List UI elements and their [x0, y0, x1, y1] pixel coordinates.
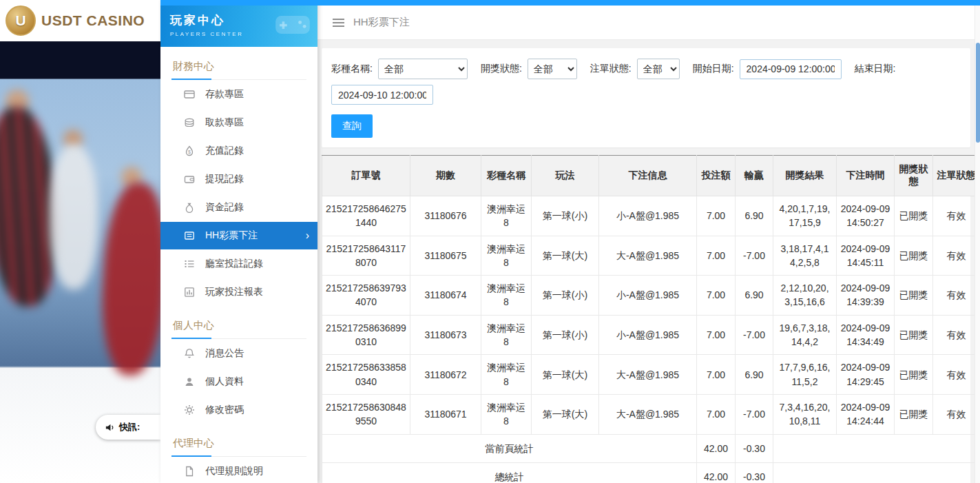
cell-order-status: 有效 [933, 394, 980, 434]
sidebar-item-room-bet-record[interactable]: 廳室投註記錄 [160, 250, 317, 278]
sidebar-item-label: 個人資料 [205, 376, 244, 388]
col-header-draw-result: 開獎結果 [773, 156, 837, 196]
sidebar-item-withdraw[interactable]: 取款專區 [160, 109, 317, 136]
col-header-bet-info: 下注信息 [599, 156, 697, 196]
table-row: 215217258630848955031180671澳洲幸运8第一球(大)大-… [322, 394, 980, 434]
sidebar-item-label: HH彩票下注 [205, 229, 258, 242]
cell-win-loss: 6.90 [736, 196, 773, 236]
cell-bet-info: 大-A盤@1.985 [599, 394, 697, 434]
start-date-label: 開始日期: [693, 63, 734, 75]
sidebar-item-player-bet-report[interactable]: 玩家投注報表 [160, 278, 317, 306]
cell-bet-time: 2024-09-09 14:34:49 [837, 315, 895, 355]
sidebar-header: 玩家中心 PLAYERS CENTER [160, 6, 317, 47]
lottery-name-select[interactable]: 全部 [378, 59, 468, 79]
cell-win-loss: -7.00 [736, 236, 773, 276]
cell-order-no: 2152172586462751440 [322, 196, 410, 236]
cell-period: 31180671 [410, 394, 481, 434]
col-header-draw-status: 開獎狀態 [895, 156, 933, 196]
cell-play-type: 第一球(大) [532, 355, 599, 395]
sidebar-item-agent-rules[interactable]: 代理規則說明 [160, 458, 317, 483]
logo-bar: U USDT CASINO [0, 0, 160, 41]
section-title-personal: 個人中心 [171, 313, 306, 339]
sidebar-item-label: 存款專區 [205, 88, 244, 101]
sidebar-item-announcements[interactable]: 消息公告 [160, 340, 317, 367]
cell-bet-amount: 7.00 [697, 196, 736, 236]
cell-order-no: 2152172586368990310 [322, 315, 410, 355]
table-row: 215217258639793407031180674澳洲幸运8第一球(小)小-… [322, 276, 980, 316]
page-scrollbar [974, 0, 980, 483]
start-date-input[interactable] [740, 59, 842, 79]
cell-order-no: 2152172586431178070 [322, 236, 410, 276]
cell-bet-info: 小-A盤@1.985 [599, 315, 697, 355]
chevron-right-icon: › [306, 230, 309, 241]
scrollbar-thumb[interactable] [976, 43, 980, 143]
page-title: HH彩票下注 [353, 16, 410, 29]
cell-play-type: 第一球(大) [532, 236, 599, 276]
summary-empty [773, 462, 980, 483]
cell-lottery-name: 澳洲幸运8 [481, 276, 532, 316]
col-header-order-no: 訂單號 [322, 156, 410, 196]
cell-play-type: 第一球(小) [532, 196, 599, 236]
cell-draw-status: 已開獎 [895, 315, 933, 355]
cell-win-loss: -7.00 [736, 315, 773, 355]
bets-table-panel: 訂單號期數彩種名稱玩法下注信息投注額輸贏開獎結果下注時間開獎狀態注單狀態 215… [322, 155, 970, 483]
cell-win-loss: -7.00 [736, 394, 773, 434]
sidebar-item-hh-lottery-bet[interactable]: HH彩票下注› [160, 222, 317, 249]
cell-draw-result: 2,12,10,20,3,15,16,6 [773, 276, 837, 316]
cell-bet-info: 大-A盤@1.985 [599, 355, 697, 395]
content-body: 彩種名稱:全部開獎狀態:全部注單狀態:全部開始日期:結束日期: 查詢 訂單號期數… [317, 40, 974, 483]
main-area: HH彩票下注 彩種名稱:全部開獎狀態:全部注單狀態:全部開始日期:結束日期: 查… [317, 0, 974, 483]
cell-period: 31180672 [410, 355, 481, 395]
sidebar-section-finance: 財務中心存款專區取款專區$充值記錄提現記錄資金記錄HH彩票下注›廳室投註記錄玩家… [160, 54, 317, 306]
news-ticker[interactable]: 快訊: [96, 415, 160, 440]
sidebar-item-label: 提現記錄 [205, 173, 244, 185]
cell-draw-result: 3,18,17,4,14,2,5,8 [773, 236, 837, 276]
search-button[interactable]: 查詢 [331, 114, 373, 138]
content-header: HH彩票下注 [317, 6, 974, 40]
sidebar-item-withdraw-record[interactable]: 提現記錄 [160, 165, 317, 193]
menu-toggle-icon[interactable] [333, 17, 344, 29]
sidebar-item-change-password[interactable]: 修改密碼 [160, 396, 317, 424]
end-date-input[interactable] [331, 85, 433, 105]
players-center-sidebar: 玩家中心 PLAYERS CENTER 財務中心存款專區取款專區$充值記錄提現記… [160, 0, 317, 483]
speaker-icon [105, 422, 115, 433]
cell-play-type: 第一球(大) [532, 394, 599, 434]
logo-letter: U [15, 12, 25, 29]
cell-order-status: 有效 [933, 315, 980, 355]
withdraw-icon [184, 117, 195, 128]
bets-table: 訂單號期數彩種名稱玩法下注信息投注額輸贏開獎結果下注時間開獎狀態注單狀態 215… [322, 155, 980, 483]
cell-bet-info: 大-A盤@1.985 [599, 236, 697, 276]
draw-status-select[interactable]: 全部 [528, 59, 577, 79]
cell-order-status: 有效 [933, 196, 980, 236]
section-title-finance: 財務中心 [171, 54, 306, 80]
cell-period: 31180673 [410, 315, 481, 355]
cell-bet-time: 2024-09-09 14:50:27 [837, 196, 895, 236]
table-row: 215217258633858034031180672澳洲幸运8第一球(大)大-… [322, 355, 980, 395]
cell-bet-info: 小-A盤@1.985 [599, 276, 697, 316]
sidebar-item-funds-record[interactable]: 資金記錄 [160, 194, 317, 221]
ticker-label: 快訊: [119, 421, 140, 433]
usdt-casino-logo-icon[interactable]: U [6, 6, 36, 36]
summary-win-loss-total: -0.30 [736, 462, 773, 483]
table-row: 215217258646275144031180676澳洲幸运8第一球(小)小-… [322, 196, 980, 236]
cell-draw-status: 已開獎 [895, 236, 933, 276]
sidebar-item-profile[interactable]: 個人資料 [160, 368, 317, 395]
summary-bet-total: 42.00 [697, 462, 736, 483]
sidebar-item-label: 修改密碼 [205, 404, 244, 416]
cell-bet-amount: 7.00 [697, 355, 736, 395]
sidebar-item-recharge-record[interactable]: $充值記錄 [160, 137, 317, 165]
lottery-name-label: 彩種名稱: [331, 63, 373, 75]
cell-lottery-name: 澳洲幸运8 [481, 394, 532, 434]
order-status-select[interactable]: 全部 [637, 59, 680, 79]
cell-bet-amount: 7.00 [697, 394, 736, 434]
sidebar-item-deposit[interactable]: 存款專區 [160, 81, 317, 108]
cell-lottery-name: 澳洲幸运8 [481, 196, 532, 236]
cell-order-status: 有效 [933, 236, 980, 276]
filter-row: 彩種名稱:全部開獎狀態:全部注單狀態:全部開始日期:結束日期: [331, 59, 961, 105]
draw-status-label: 開獎狀態: [481, 63, 522, 75]
sidebar-item-label: 取款專區 [205, 116, 244, 129]
cell-period: 31180674 [410, 276, 481, 316]
sidebar-item-label: 消息公告 [205, 347, 244, 360]
wallet-icon [184, 174, 195, 185]
recharge-icon: $ [184, 145, 195, 156]
